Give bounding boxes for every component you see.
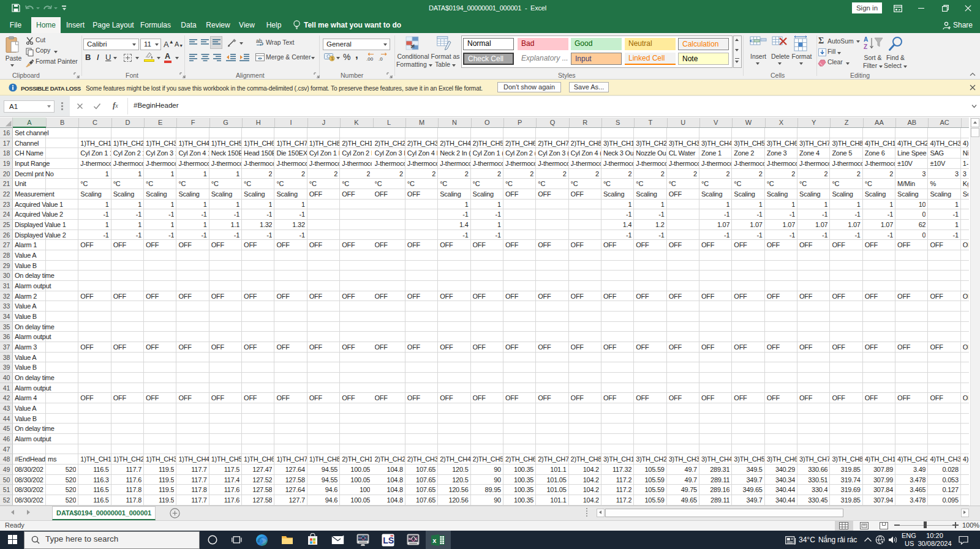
svg-text:ab: ab [256, 38, 262, 44]
svg-text:$: $ [331, 56, 333, 61]
svg-text:.00: .00 [366, 56, 374, 61]
svg-text:LS: LS [383, 536, 394, 545]
svg-text:≠: ≠ [410, 42, 415, 51]
svg-text:.0: .0 [379, 56, 383, 61]
svg-text:x: x [432, 537, 437, 544]
